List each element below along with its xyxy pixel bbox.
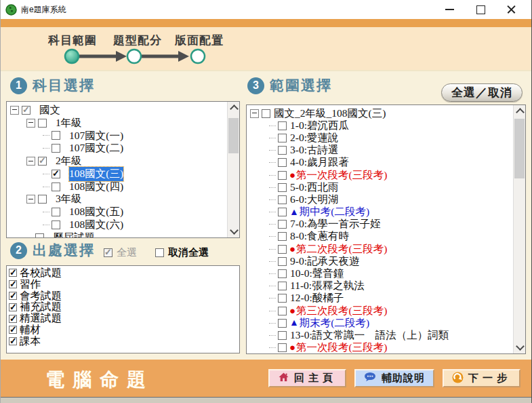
tree-checkbox[interactable] — [278, 208, 287, 216]
source-checkbox[interactable] — [9, 280, 17, 288]
tree-item[interactable]: 108國文(五) — [7, 206, 228, 218]
tree-item[interactable]: ▲期末考(二段考) — [247, 317, 514, 329]
tree-connector — [269, 286, 276, 286]
tree-checkbox[interactable] — [278, 294, 287, 303]
tree-item[interactable]: 1年級 — [7, 117, 228, 130]
range-tree-scrollbar[interactable] — [513, 105, 525, 353]
tree-item[interactable]: 13-0:語文常識一 語法（上）詞類 — [247, 329, 514, 341]
tree-item[interactable]: 107國文(二) — [7, 142, 228, 155]
subject-tree-scrollbar[interactable] — [227, 102, 239, 237]
tree-checkbox[interactable] — [52, 183, 60, 191]
scroll-down-icon[interactable] — [230, 226, 239, 235]
tree-item[interactable]: 8-0:食蔥有時 — [247, 231, 514, 243]
tree-checkbox[interactable] — [38, 157, 47, 166]
clear-all-checkbox[interactable] — [155, 248, 164, 257]
tree-item[interactable]: 11-0:張釋之執法 — [247, 280, 514, 292]
tree-item[interactable]: ●第一次段考(三段考) — [247, 169, 514, 181]
tree-collapse-icon[interactable] — [10, 106, 19, 115]
next-step-button[interactable]: 下一步 — [443, 369, 520, 387]
tree-item[interactable]: 2-0:愛蓮說 — [247, 132, 514, 144]
tree-item[interactable]: 4-0:歲月跟著 — [247, 157, 514, 169]
tree-checkbox[interactable] — [278, 307, 287, 315]
source-list-item[interactable]: 各校試題 — [9, 267, 239, 279]
tree-item[interactable]: 3年級 — [7, 193, 228, 206]
tree-item[interactable]: 歷屆試題 — [7, 231, 228, 238]
scroll-up-icon[interactable] — [230, 104, 239, 113]
tree-item[interactable]: 3-0:古詩選 — [247, 145, 514, 157]
help-button[interactable]: 輔助說明 — [354, 369, 434, 387]
tree-collapse-icon[interactable] — [26, 195, 35, 204]
source-checkbox[interactable] — [9, 269, 17, 277]
tree-item[interactable]: ●第三次段考(三段考) — [247, 305, 514, 317]
source-checkbox[interactable] — [9, 292, 17, 300]
tree-item[interactable]: 12-0:酸橘子 — [247, 292, 514, 305]
tree-item[interactable]: ●第二次段考(三段考) — [247, 243, 514, 255]
maximize-button[interactable] — [465, 1, 496, 18]
app-icon — [5, 4, 17, 16]
source-checkbox[interactable] — [9, 315, 17, 323]
close-button[interactable] — [496, 1, 527, 18]
tree-checkbox[interactable] — [278, 134, 287, 142]
tree-item[interactable]: 國文_2年級_108國文(三) — [247, 107, 514, 119]
minimize-button[interactable] — [434, 1, 465, 18]
tree-item[interactable]: 1-0:碧沉西瓜 — [247, 119, 514, 132]
tree-checkbox[interactable] — [278, 171, 287, 180]
tree-item[interactable]: 6-0:大明湖 — [247, 193, 514, 206]
tree-checkbox[interactable] — [38, 195, 47, 204]
home-button[interactable]: 回主頁 — [268, 369, 346, 387]
tree-checkbox[interactable] — [278, 331, 287, 340]
tree-checkbox[interactable] — [278, 183, 287, 192]
tree-checkbox[interactable] — [52, 131, 60, 140]
tree-checkbox[interactable] — [278, 195, 287, 204]
source-list-item[interactable]: 課本 — [9, 336, 239, 347]
scroll-down-icon[interactable] — [516, 342, 525, 351]
scroll-thumb[interactable] — [514, 119, 525, 178]
source-list-item[interactable]: 輔材 — [9, 324, 239, 336]
tree-checkbox[interactable] — [278, 343, 287, 352]
tree-checkbox[interactable] — [278, 121, 287, 130]
tree-item[interactable]: 107國文(一) — [7, 130, 228, 142]
tree-checkbox[interactable] — [278, 269, 287, 278]
tree-checkbox[interactable] — [278, 220, 287, 229]
tree-connector — [269, 199, 276, 200]
tree-checkbox[interactable] — [278, 146, 287, 155]
tree-item[interactable]: 10-0:聲音鐘 — [247, 267, 514, 280]
source-checkbox[interactable] — [9, 303, 17, 311]
tree-item[interactable]: 2年級 — [7, 155, 228, 168]
tree-collapse-icon[interactable] — [250, 109, 259, 118]
tree-checkbox[interactable] — [278, 158, 287, 167]
clear-all-control[interactable]: 取消全選 — [155, 246, 209, 259]
tree-checkbox[interactable] — [278, 232, 287, 241]
tree-collapse-icon[interactable] — [26, 119, 35, 128]
scroll-thumb[interactable] — [228, 118, 239, 153]
tree-item[interactable]: ▲期中考(二段考) — [247, 206, 514, 218]
scroll-up-icon[interactable] — [516, 108, 525, 117]
tree-item[interactable]: 5-0:西北雨 — [247, 181, 514, 193]
select-all-control[interactable]: 全選 — [104, 246, 137, 259]
tree-item[interactable]: 108國文(四) — [7, 180, 228, 193]
tree-checkbox[interactable] — [278, 282, 287, 290]
tree-checkbox[interactable] — [262, 109, 270, 118]
tree-checkbox[interactable] — [52, 208, 60, 216]
tree-checkbox[interactable] — [22, 106, 30, 115]
tree-checkbox[interactable] — [52, 220, 60, 229]
tree-checkbox[interactable] — [52, 170, 60, 178]
source-list-item[interactable]: 精選試題 — [9, 313, 239, 324]
tree-item[interactable]: ●第一次段考(三段考) — [247, 342, 514, 354]
tree-checkbox[interactable] — [278, 257, 287, 266]
tree-checkbox[interactable] — [35, 233, 44, 238]
source-checkbox[interactable] — [9, 337, 17, 345]
select-all-checkbox[interactable] — [104, 248, 112, 257]
source-checkbox[interactable] — [9, 326, 17, 334]
tree-checkbox[interactable] — [278, 245, 287, 254]
tree-item[interactable]: 國文 — [7, 104, 228, 117]
tree-item[interactable]: 108國文(三) — [7, 168, 228, 180]
tree-item[interactable]: 7-0:為學一首示子姪 — [247, 218, 514, 231]
tree-collapse-icon[interactable] — [26, 157, 35, 166]
tree-item[interactable]: 9-0:記承天夜遊 — [247, 255, 514, 267]
tree-checkbox[interactable] — [52, 144, 60, 153]
select-all-toggle-button[interactable]: 全選／取消 — [441, 83, 523, 102]
tree-checkbox[interactable] — [278, 319, 287, 328]
tree-item[interactable]: 108國文(六) — [7, 218, 228, 231]
tree-checkbox[interactable] — [38, 119, 47, 128]
